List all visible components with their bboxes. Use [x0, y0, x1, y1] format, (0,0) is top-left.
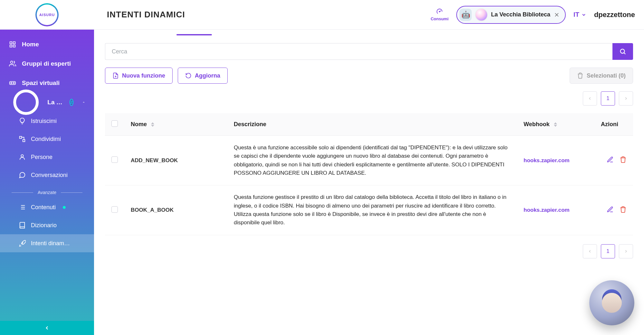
file-plus-icon — [112, 72, 119, 79]
sidebar-item-label: Home — [22, 41, 39, 48]
sidebar-item-groups[interactable]: Gruppi di esperti — [0, 54, 94, 73]
webhook-link[interactable]: hooks.zapier.com — [524, 207, 570, 213]
th-azioni: Azioni — [601, 121, 618, 127]
sidebar-sub-conversazioni[interactable]: Conversazioni — [0, 166, 94, 184]
chevron-left-icon — [588, 96, 592, 101]
assistant-bubble[interactable] — [589, 280, 634, 325]
svg-point-5 — [11, 61, 13, 63]
sidebar-sub-label: Conversazioni — [31, 172, 68, 179]
sidebar-adv-label: Dizionario — [31, 222, 57, 229]
sidebar-section-adv: Avanzate — [0, 184, 94, 198]
topbar: AISURU INTENTI DINAMICI Consumi 🤖 La Vec… — [0, 0, 644, 30]
gauge-icon — [436, 8, 443, 15]
sidebar-item-home[interactable]: Home — [0, 35, 94, 54]
search-button[interactable] — [612, 43, 633, 60]
table-row: BOOK_A_BOOK Questa funzione gestisce il … — [105, 185, 633, 235]
sort-icon[interactable] — [554, 122, 557, 127]
cell-nome: BOOK_A_BOOK — [124, 185, 227, 235]
th-descrizione: Descrizione — [234, 121, 266, 127]
language-selector[interactable]: IT — [573, 11, 586, 18]
sidebar-sub-label: Persone — [31, 154, 52, 161]
robot-icon: 🤖 — [459, 9, 472, 21]
chevron-right-icon — [624, 249, 628, 254]
share-icon — [19, 135, 26, 143]
pencil-icon — [607, 206, 614, 213]
sidebar-adv-intenti[interactable]: Intenti dinam… — [0, 234, 94, 252]
sidebar-group-project[interactable]: La Vecchia … 2 — [0, 93, 94, 112]
sidebar-sub-istruiscimi[interactable]: Istruiscimi — [0, 112, 94, 130]
pencil-icon — [607, 156, 614, 163]
bulb-icon — [19, 117, 26, 125]
cell-desc: Questa funzione gestisce il prestito di … — [227, 185, 517, 235]
sidebar-adv-dizionario[interactable]: Dizionario — [0, 216, 94, 234]
th-nome[interactable]: Nome — [131, 121, 147, 127]
sidebar-adv-label: Contenuti — [31, 204, 56, 211]
person-icon — [19, 154, 26, 161]
select-all-checkbox[interactable] — [111, 120, 118, 127]
rocket-icon — [19, 240, 26, 247]
edit-button[interactable] — [607, 156, 614, 165]
consumi-link[interactable]: Consumi — [431, 8, 449, 21]
sidebar-group-badge: 2 — [70, 99, 73, 106]
page-prev[interactable] — [583, 244, 597, 258]
sidebar-adv-label: Intenti dinam… — [31, 240, 70, 247]
svg-point-7 — [11, 82, 12, 84]
row-checkbox[interactable] — [111, 156, 118, 163]
project-orb-icon — [475, 8, 488, 21]
search-icon — [619, 48, 626, 55]
button-aggiorna[interactable]: Aggiorna — [178, 68, 228, 84]
button-label: Aggiorna — [195, 72, 220, 79]
project-chip[interactable]: 🤖 La Vecchia Biblioteca — [456, 6, 566, 24]
button-nuova-funzione[interactable]: Nuova funzione — [105, 68, 173, 84]
webhook-link[interactable]: hooks.zapier.com — [524, 157, 570, 163]
avatar-face — [602, 293, 622, 313]
chevron-right-icon — [624, 96, 628, 101]
row-checkbox[interactable] — [111, 206, 118, 213]
sidebar-sub-label: Condividimi — [31, 136, 61, 143]
search-input[interactable] — [105, 43, 612, 60]
trash-icon — [577, 72, 583, 79]
page-title: INTENTI DINAMICI — [107, 10, 185, 20]
logo[interactable]: AISURU — [0, 0, 94, 29]
page-number[interactable]: 1 — [601, 91, 615, 106]
sidebar-sub-persone[interactable]: Persone — [0, 148, 94, 166]
chevron-left-icon — [588, 249, 592, 254]
list-icon — [19, 204, 26, 211]
sidebar-adv-contenuti[interactable]: Contenuti — [0, 198, 94, 216]
svg-point-9 — [15, 91, 37, 114]
sidebar-item-label: Gruppi di esperti — [22, 60, 71, 67]
language-code: IT — [573, 11, 579, 18]
button-label: Selezionati (0) — [587, 72, 626, 79]
delete-button[interactable] — [620, 206, 627, 215]
chevron-left-icon — [44, 325, 50, 331]
svg-rect-2 — [13, 42, 15, 44]
sidebar-sub-condividimi[interactable]: Condividimi — [0, 130, 94, 148]
chat-icon — [19, 172, 26, 179]
active-tab-indicator — [176, 34, 212, 35]
page-number[interactable]: 1 — [601, 244, 615, 258]
functions-table: Nome Descrizione Webhook — [105, 113, 633, 235]
user-name[interactable]: dpezzettone — [594, 11, 635, 19]
sidebar-collapse[interactable] — [0, 321, 94, 335]
button-selezionati[interactable]: Selezionati (0) — [570, 68, 633, 84]
svg-rect-10 — [20, 136, 22, 138]
cell-nome: ADD_NEW_BOOK — [124, 136, 227, 185]
users-icon — [9, 60, 16, 67]
page-next[interactable] — [619, 91, 633, 106]
close-icon[interactable] — [554, 12, 560, 18]
edit-button[interactable] — [607, 206, 614, 215]
cell-desc: Questa è una funzione accessibile solo a… — [227, 136, 517, 185]
page-next[interactable] — [619, 244, 633, 258]
sort-icon[interactable] — [151, 122, 154, 127]
svg-rect-11 — [23, 140, 25, 142]
pagination-bottom: 1 — [105, 244, 633, 258]
refresh-icon — [185, 72, 192, 79]
th-webhook[interactable]: Webhook — [524, 121, 550, 127]
svg-rect-4 — [13, 45, 15, 47]
grid-icon — [9, 41, 16, 48]
trash-icon — [620, 156, 627, 163]
svg-point-19 — [620, 49, 625, 53]
page-prev[interactable] — [583, 91, 597, 106]
delete-button[interactable] — [620, 156, 627, 165]
brand-text: AISURU — [39, 13, 55, 17]
